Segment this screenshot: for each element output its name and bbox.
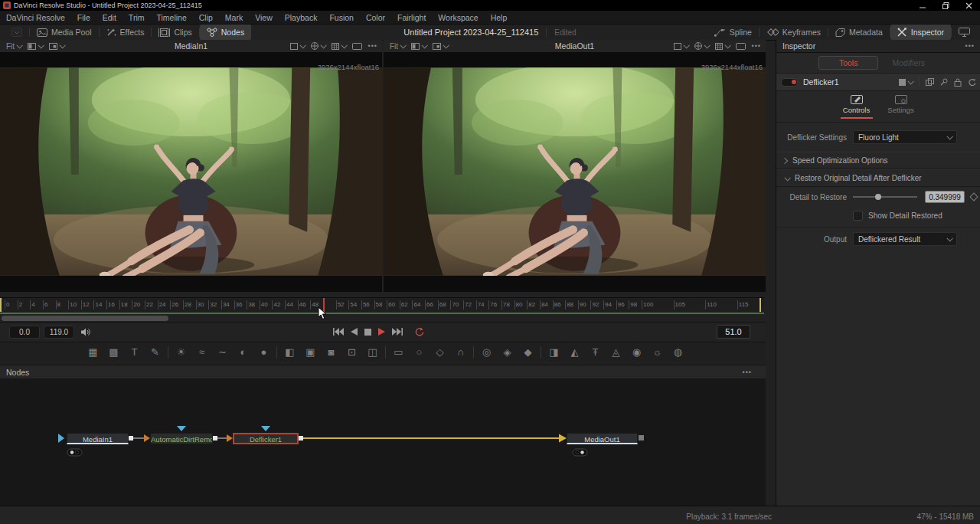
guides-dropdown[interactable] — [332, 43, 346, 50]
page-dropdown-button[interactable] — [5, 25, 29, 40]
shape3d-tool-icon[interactable]: ◭ — [564, 346, 585, 358]
media-pool-button[interactable]: Media Pool — [30, 25, 99, 40]
light3d-tool-icon[interactable]: ☼ — [647, 346, 668, 358]
section-speed-optimization[interactable]: Speed Optimization Options — [776, 152, 980, 169]
background-tool-icon[interactable]: ▦ — [83, 346, 103, 358]
play-reverse-button[interactable] — [351, 328, 358, 336]
menu-item-edit[interactable]: Edit — [96, 13, 122, 22]
roi-dropdown[interactable] — [290, 43, 305, 50]
menu-item-timeline[interactable]: Timeline — [150, 13, 192, 22]
timeline-scrollbar[interactable] — [0, 316, 764, 321]
menu-item-clip[interactable]: Clip — [193, 13, 219, 22]
colorgain-tool-icon[interactable]: ● — [253, 346, 274, 358]
expand-viewer-button[interactable] — [352, 43, 362, 50]
metadata-button[interactable]: Metadata — [828, 25, 890, 40]
menu-item-workspace[interactable]: Workspace — [432, 13, 484, 22]
node-enable-toggle[interactable] — [781, 78, 798, 87]
textplus-tool-icon[interactable]: T — [124, 346, 145, 358]
viewer-right[interactable]: 3936x2144xfloat16 — [384, 52, 766, 292]
text3d-tool-icon[interactable]: Ŧ — [585, 346, 606, 358]
current-frame-field[interactable]: 51.0 — [717, 325, 750, 339]
proxy-dropdown[interactable] — [49, 43, 64, 50]
zoom-fit-dropdown[interactable]: Fit — [6, 42, 21, 51]
section-restore-detail[interactable]: Restore Original Detail After Deflicker — [776, 169, 980, 187]
tracker-tool-icon[interactable]: ◎ — [476, 346, 497, 358]
camera3d-tool-icon[interactable]: ◉ — [626, 346, 647, 358]
node-editor-canvas[interactable]: MediaIn1 AutomaticDirtRemov... Deflicker… — [0, 378, 766, 506]
pin-button[interactable] — [940, 78, 948, 86]
go-to-start-button[interactable] — [333, 328, 344, 336]
lut-dropdown[interactable] — [694, 42, 709, 50]
expand-viewer-button[interactable] — [736, 43, 746, 50]
inspector-button[interactable]: Inspector — [890, 25, 951, 40]
rectangle-mask-tool-icon[interactable]: ▭ — [388, 346, 409, 358]
guides-dropdown[interactable] — [715, 43, 730, 50]
menu-item-fairlight[interactable]: Fairlight — [391, 13, 432, 22]
detail-to-restore-slider[interactable] — [853, 196, 917, 198]
nodes-options-button[interactable]: ••• — [743, 368, 752, 376]
menu-item-davinci-resolve[interactable]: DaVinci Resolve — [0, 13, 71, 22]
close-button[interactable] — [957, 0, 980, 11]
tab-modifiers[interactable]: Modifiers — [878, 57, 939, 69]
go-to-end-button[interactable] — [392, 328, 403, 336]
viewer-options-button[interactable]: ••• — [368, 42, 377, 50]
proxy-dropdown[interactable] — [433, 43, 448, 50]
node-deflicker1[interactable]: Deflicker1 — [233, 433, 299, 444]
viewer-left[interactable]: 3936x2144xfloat16 — [0, 52, 382, 292]
inspector-options-button[interactable]: ••• — [965, 42, 975, 50]
cameratracker-tool-icon[interactable]: ◆ — [518, 346, 538, 358]
mattecontrol-tool-icon[interactable]: ◙ — [321, 346, 341, 358]
clips-button[interactable]: Clips — [152, 25, 198, 40]
menu-item-view[interactable]: View — [249, 13, 279, 22]
nodes-button[interactable]: Nodes — [200, 25, 251, 40]
maximize-button[interactable] — [934, 0, 957, 11]
menu-item-playback[interactable]: Playback — [279, 13, 324, 22]
spline-button[interactable]: Spline — [707, 25, 759, 40]
deflicker-settings-dropdown[interactable]: Fluoro Light — [853, 130, 957, 144]
loop-button[interactable] — [414, 327, 424, 336]
minimize-button[interactable] — [911, 0, 934, 11]
renderer3d-tool-icon[interactable]: ◍ — [668, 346, 688, 358]
fastnoise-tool-icon[interactable]: ▩ — [103, 346, 124, 358]
detail-to-restore-value[interactable]: 0.349999 — [925, 191, 965, 203]
planartracker-tool-icon[interactable]: ◈ — [497, 346, 518, 358]
playhead[interactable] — [323, 298, 325, 312]
viewer-options-button[interactable]: ••• — [752, 42, 761, 50]
paint-tool-icon[interactable]: ✎ — [145, 346, 165, 358]
merge3d-tool-icon[interactable]: ◬ — [606, 346, 626, 358]
huecurves-tool-icon[interactable]: ∼ — [212, 346, 233, 358]
show-detail-restored-checkbox[interactable] — [853, 211, 863, 221]
menu-item-help[interactable]: Help — [485, 13, 514, 22]
menu-item-color[interactable]: Color — [360, 13, 391, 22]
range-start-field[interactable]: 0.0 — [9, 326, 40, 339]
lut-dropdown[interactable] — [311, 42, 325, 50]
subtab-controls[interactable]: Controls — [841, 94, 873, 119]
stop-button[interactable] — [364, 329, 371, 336]
channelbooleans-tool-icon[interactable]: ▣ — [300, 346, 321, 358]
colorcorrector-tool-icon[interactable]: ☀ — [171, 346, 191, 358]
tab-tools[interactable]: Tools — [818, 56, 879, 70]
bspline-mask-tool-icon[interactable]: ∩ — [450, 346, 471, 358]
brightnesscontrast-tool-icon[interactable]: ◐ — [233, 346, 253, 358]
zoom-fit-dropdown[interactable]: Fit — [390, 42, 405, 51]
menu-item-trim[interactable]: Trim — [122, 13, 151, 22]
scrollbar-handle[interactable] — [2, 316, 168, 321]
timeline-ruler[interactable]: 0246810121416182022242628303234363840424… — [0, 297, 764, 312]
copy-settings-button[interactable] — [926, 78, 934, 86]
node-mediaout1[interactable]: MediaOut1 — [567, 433, 638, 444]
audio-mute-button[interactable] — [81, 328, 91, 336]
node-color-dropdown[interactable] — [899, 79, 913, 86]
menu-item-fusion[interactable]: Fusion — [323, 13, 360, 22]
effects-button[interactable]: Effects — [100, 25, 152, 40]
output-dropdown[interactable]: Deflickered Result — [853, 232, 957, 246]
clean-feed-button[interactable] — [952, 25, 977, 40]
reset-button[interactable] — [968, 78, 976, 87]
range-end-field[interactable]: 119.0 — [44, 326, 74, 339]
ellipse-mask-tool-icon[interactable]: ○ — [409, 346, 430, 358]
roi-dropdown[interactable] — [674, 43, 688, 50]
keyframe-icon[interactable] — [969, 192, 978, 201]
node-mediain1[interactable]: MediaIn1 — [67, 433, 129, 444]
keyframes-button[interactable]: Keyframes — [760, 25, 828, 40]
ab-buffer-dropdown[interactable] — [28, 43, 43, 50]
polygon-mask-tool-icon[interactable]: ◇ — [430, 346, 450, 358]
